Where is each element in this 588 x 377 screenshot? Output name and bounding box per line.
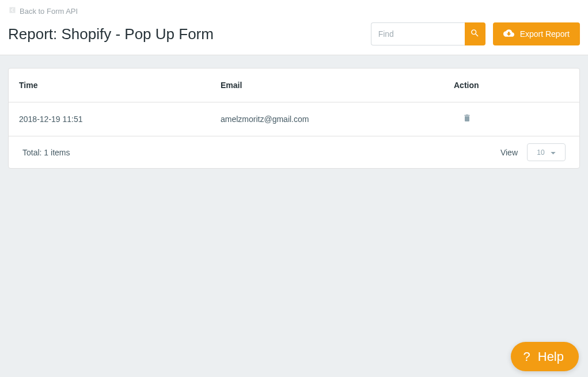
- cell-time: 2018-12-19 11:51: [19, 115, 221, 124]
- table-row: 2018-12-19 11:51 amelzmoritz@gmail.com: [9, 102, 579, 136]
- content-area: Time Email Action 2018-12-19 11:51 amelz…: [0, 55, 588, 181]
- back-link[interactable]: Back to Form API: [8, 6, 78, 16]
- page-title: Report: Shopify - Pop Up Form: [8, 25, 214, 43]
- search-group: [371, 22, 485, 45]
- back-link-label: Back to Form API: [20, 7, 78, 16]
- view-label: View: [500, 148, 518, 157]
- header-controls: Export Report: [371, 22, 580, 45]
- export-report-button[interactable]: Export Report: [493, 22, 580, 45]
- page-size-select[interactable]: 10: [527, 143, 566, 161]
- cell-email: amelzmoritz@gmail.com: [221, 115, 454, 124]
- export-report-label: Export Report: [520, 29, 570, 39]
- total-count-label: Total: 1 items: [22, 148, 70, 157]
- delete-button[interactable]: [462, 113, 472, 125]
- cell-action: [454, 113, 569, 125]
- page-header: Back to Form API Report: Shopify - Pop U…: [0, 0, 588, 55]
- search-button[interactable]: [465, 22, 485, 45]
- search-icon: [470, 28, 480, 40]
- col-header-action: Action: [454, 81, 569, 90]
- help-label: Help: [538, 349, 564, 364]
- title-row: Report: Shopify - Pop Up Form Export Rep…: [8, 22, 580, 45]
- col-header-email: Email: [221, 81, 454, 90]
- chevron-left-icon: [8, 6, 17, 16]
- help-button[interactable]: ? Help: [511, 342, 579, 371]
- chevron-down-icon: [551, 148, 556, 157]
- search-input[interactable]: [371, 22, 465, 45]
- table-footer: Total: 1 items View 10: [9, 136, 579, 168]
- trash-icon: [462, 113, 472, 125]
- page-size-value: 10: [537, 148, 544, 157]
- col-header-time: Time: [19, 81, 221, 90]
- question-icon: ?: [523, 349, 530, 364]
- report-table: Time Email Action 2018-12-19 11:51 amelz…: [8, 68, 580, 169]
- cloud-download-icon: [503, 28, 514, 40]
- table-header: Time Email Action: [9, 68, 579, 102]
- view-group: View 10: [500, 143, 566, 161]
